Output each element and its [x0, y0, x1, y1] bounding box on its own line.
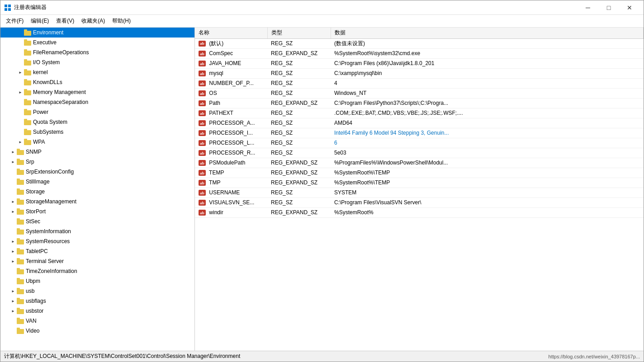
tree-item[interactable]: StSec: [0, 216, 194, 226]
maximize-button[interactable]: □: [598, 0, 619, 15]
cell-data: 4: [331, 78, 644, 88]
table-row[interactable]: ab TEMPREG_EXPAND_SZ%SystemRoot%\TEMP: [195, 168, 644, 178]
close-button[interactable]: ✕: [619, 0, 640, 15]
table-row[interactable]: ab NUMBER_OF_P...REG_SZ4: [195, 78, 644, 88]
table-row[interactable]: ab PSModulePathREG_EXPAND_SZ%ProgramFile…: [195, 158, 644, 168]
tree-expander: [17, 29, 24, 36]
tree-pane[interactable]: EnvironmentExecutiveFileRenameOperations…: [0, 28, 195, 351]
cell-data: 6: [331, 138, 644, 148]
table-row[interactable]: ab PROCESSOR_I...REG_SZIntel64 Family 6 …: [195, 128, 644, 138]
app-icon: [4, 4, 11, 11]
tree-expander: [9, 188, 17, 195]
tree-item[interactable]: ►SystemResources: [0, 236, 194, 246]
tree-expander[interactable]: ►: [9, 248, 17, 255]
tree-item[interactable]: TimeZoneInformation: [0, 266, 194, 276]
table-row[interactable]: ab PROCESSOR_L...REG_SZ6: [195, 138, 644, 148]
tree-expander[interactable]: ►: [9, 238, 17, 245]
menu-file[interactable]: 文件(F): [2, 15, 27, 27]
tree-expander[interactable]: ►: [9, 148, 17, 155]
tree-item[interactable]: StillImage: [0, 177, 194, 187]
tree-item[interactable]: ►StorageManagement: [0, 197, 194, 207]
table-row[interactable]: ab (默认)REG_SZ(数值未设置): [195, 38, 644, 48]
table-row[interactable]: ab PATHEXTREG_SZ.COM;.EXE;.BAT;.CMD;.VBS…: [195, 108, 644, 118]
tree-item[interactable]: Power: [0, 107, 194, 117]
tree-item[interactable]: Environment: [0, 28, 194, 38]
tree-item[interactable]: FileRenameOperations: [0, 47, 194, 57]
tree-item-label: usbflags: [26, 298, 46, 304]
tree-item[interactable]: I/O System: [0, 57, 194, 67]
tree-item[interactable]: Ubpm: [0, 276, 194, 286]
tree-expander[interactable]: ►: [9, 158, 17, 165]
tree-item[interactable]: ►Srp: [0, 157, 194, 167]
tree-expander[interactable]: ►: [9, 198, 17, 205]
tree-item-label: Ubpm: [26, 278, 40, 284]
folder-icon: [17, 149, 24, 155]
table-row[interactable]: ab mysqlREG_SZC:\xampp\mysql\bin: [195, 68, 644, 78]
tree-item[interactable]: SrpExtensionConfig: [0, 167, 194, 177]
tree-item[interactable]: KnownDLLs: [0, 77, 194, 87]
tree-item[interactable]: ►usbstor: [0, 306, 194, 316]
cell-type: REG_SZ: [267, 188, 331, 197]
tree-item-label: SystemResources: [26, 238, 70, 244]
folder-icon: [24, 59, 31, 66]
menu-favorites[interactable]: 收藏夹(A): [78, 15, 109, 27]
cell-data: C:\Program Files (x86)\Java\jdk1.8.0_201: [331, 58, 644, 68]
table-row[interactable]: ab JAVA_HOMEREG_SZC:\Program Files (x86)…: [195, 58, 644, 68]
tree-item[interactable]: ►Memory Management: [0, 87, 194, 97]
tree-item[interactable]: ►WPA: [0, 137, 194, 147]
reg-icon: ab: [199, 90, 206, 96]
tree-expander: [9, 268, 17, 275]
table-row[interactable]: ab windirREG_EXPAND_SZ%SystemRoot%: [195, 207, 644, 217]
cell-data: C:\xampp\mysql\bin: [331, 68, 644, 78]
tree-item-label: StillImage: [26, 179, 50, 185]
table-row[interactable]: ab TMPREG_EXPAND_SZ%SystemRoot%\TEMP: [195, 178, 644, 188]
menu-view[interactable]: 查看(V): [52, 15, 78, 27]
table-row[interactable]: ab PROCESSOR_A...REG_SZAMD64: [195, 118, 644, 128]
tree-item[interactable]: ►TabletPC: [0, 246, 194, 256]
reg-icon: ab: [199, 170, 206, 176]
tree-expander[interactable]: ►: [17, 69, 24, 76]
tree-item[interactable]: ►kernel: [0, 67, 194, 77]
table-row[interactable]: ab VISUALSVN_SE...REG_SZC:\Program Files…: [195, 197, 644, 207]
tree-expander: [9, 168, 17, 175]
cell-name: ab mysql: [195, 68, 267, 78]
tree-expander[interactable]: ►: [9, 258, 17, 265]
tree-expander[interactable]: ►: [9, 297, 17, 305]
tree-expander: [9, 327, 17, 334]
tree-expander[interactable]: ►: [17, 89, 24, 96]
tree-item-label: Environment: [33, 29, 63, 36]
folder-icon: [17, 228, 24, 235]
table-row[interactable]: ab USERNAMEREG_SZSYSTEM: [195, 188, 644, 197]
tree-expander[interactable]: ►: [9, 208, 17, 215]
tree-expander[interactable]: ►: [9, 287, 17, 295]
table-row[interactable]: ab ComSpecREG_EXPAND_SZ%SystemRoot%\syst…: [195, 48, 644, 58]
table-row[interactable]: ab PROCESSOR_R...REG_SZ5e03: [195, 148, 644, 158]
tree-item[interactable]: Quota System: [0, 117, 194, 127]
tree-expander[interactable]: ►: [17, 138, 24, 146]
tree-item[interactable]: VAN: [0, 316, 194, 326]
folder-icon: [17, 328, 24, 334]
tree-item[interactable]: SubSystems: [0, 127, 194, 137]
tree-item[interactable]: Storage: [0, 187, 194, 197]
menu-edit[interactable]: 编辑(E): [27, 15, 52, 27]
folder-icon: [24, 49, 31, 56]
table-row[interactable]: ab OSREG_SZWindows_NT: [195, 88, 644, 98]
tree-item[interactable]: NamespaceSeparation: [0, 97, 194, 107]
tree-item[interactable]: Executive: [0, 38, 194, 47]
minimize-button[interactable]: ─: [578, 0, 598, 15]
tree-item[interactable]: SystemInformation: [0, 226, 194, 236]
tree-item[interactable]: ►usb: [0, 286, 194, 296]
reg-icon: ab: [199, 200, 206, 206]
tree-item[interactable]: ►usbflags: [0, 296, 194, 306]
tree-item[interactable]: ►Terminal Server: [0, 256, 194, 266]
menu-help[interactable]: 帮助(H): [109, 15, 134, 27]
folder-icon: [17, 268, 24, 274]
folder-icon: [17, 258, 24, 264]
header-data: 数据: [331, 28, 644, 38]
cell-name: ab TEMP: [195, 168, 267, 178]
table-row[interactable]: ab PathREG_EXPAND_SZC:\Program Files\Pyt…: [195, 98, 644, 108]
tree-item[interactable]: ►SNMP: [0, 147, 194, 157]
tree-item[interactable]: Video: [0, 326, 194, 336]
tree-item[interactable]: ►StorPort: [0, 207, 194, 216]
tree-expander[interactable]: ►: [9, 307, 17, 315]
